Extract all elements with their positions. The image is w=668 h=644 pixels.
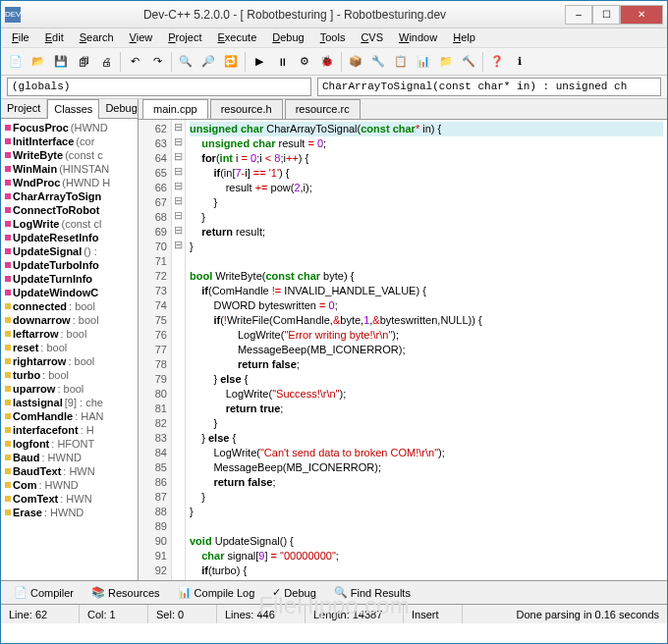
tree-item[interactable]: connected : bool (3, 299, 136, 313)
menu-project[interactable]: Project (161, 28, 208, 47)
tree-item[interactable]: UpdateSignal () : (3, 244, 136, 258)
app-icon: DEV (5, 7, 21, 23)
tree-item[interactable]: Erase : HWND (3, 506, 136, 519)
tree-item[interactable]: ComText : HWN (3, 492, 136, 506)
left-tab-debug[interactable]: Debug (99, 99, 143, 118)
menu-debug[interactable]: Debug (265, 28, 310, 47)
menu-tools[interactable]: Tools (313, 28, 353, 47)
toolbar-separator (245, 52, 246, 72)
bottom-tab-compiler[interactable]: 📄Compiler (7, 583, 81, 602)
editor-tab[interactable]: main.cpp (142, 99, 208, 119)
editor-tabs: main.cppresource.hresource.rc (139, 99, 667, 120)
tree-item[interactable]: reset : bool (3, 341, 136, 354)
toolbar-button[interactable]: 🐞 (316, 51, 338, 73)
tree-item[interactable]: InitInterface (cor (3, 134, 136, 148)
tree-item[interactable]: ConnectToRobot (3, 203, 136, 217)
variable-icon (5, 468, 11, 474)
code-editor[interactable]: 6263646566676869707172737475767778798081… (139, 120, 667, 580)
menu-cvs[interactable]: CVS (354, 28, 390, 47)
tree-item[interactable]: downarrow : bool (3, 313, 136, 327)
tree-item[interactable]: leftarrow : bool (3, 327, 136, 341)
method-icon (5, 207, 11, 213)
toolbar-button[interactable]: 🔨 (458, 51, 479, 73)
editor-tab[interactable]: resource.rc (285, 99, 361, 119)
toolbar-button[interactable]: 📁 (435, 51, 457, 73)
menu-help[interactable]: Help (446, 28, 482, 47)
tree-item[interactable]: WndProc (HWND H (3, 176, 136, 189)
menu-window[interactable]: Window (392, 28, 444, 47)
toolbar-button[interactable]: ⚙ (294, 51, 315, 73)
code-area[interactable]: unsigned char CharArrayToSignal(const ch… (186, 120, 667, 580)
variable-icon (5, 413, 11, 419)
variable-icon (5, 358, 11, 364)
menu-file[interactable]: File (5, 28, 36, 47)
bottom-tab-find-results[interactable]: 🔍Find Results (327, 583, 418, 602)
tree-item[interactable]: rightarrow : bool (3, 354, 136, 368)
tree-item[interactable]: FocusProc (HWND (3, 121, 136, 134)
toolbar-button[interactable]: 📦 (345, 51, 366, 73)
toolbar-button[interactable]: 🔍 (175, 51, 196, 73)
toolbar-separator (171, 52, 172, 72)
menu-execute[interactable]: Execute (211, 28, 264, 47)
combo-bar: (globals) CharArrayToSignal(const char* … (1, 76, 667, 99)
bottom-tab-compile-log[interactable]: 📊Compile Log (171, 583, 262, 602)
statusbar: Line: 62 Col: 1 Sel: 0 Lines: 446 Length… (1, 604, 667, 623)
maximize-button[interactable]: ☐ (592, 5, 620, 25)
tree-item[interactable]: WinMain (HINSTAN (3, 162, 136, 176)
tree-item[interactable]: LogWrite (const cl (3, 217, 136, 231)
toolbar-button[interactable]: 📂 (28, 51, 49, 73)
fold-gutter[interactable]: ⊟⊟⊟⊟⊟⊟⊟⊟⊟ (172, 120, 186, 580)
tree-item[interactable]: logfont : HFONT (3, 437, 136, 451)
tree-item[interactable]: UpdateResetInfo (3, 231, 136, 244)
toolbar-button[interactable]: 📄 (5, 51, 27, 73)
tree-item[interactable]: UpdateTurnInfo (3, 272, 136, 286)
toolbar-button[interactable]: 🔁 (220, 51, 242, 73)
bottom-tab-debug[interactable]: ✓Debug (265, 583, 322, 602)
toolbar-button[interactable]: 🔧 (367, 51, 389, 73)
toolbar-button[interactable]: 💾 (50, 51, 72, 73)
toolbar-button[interactable]: 🖨 (95, 51, 117, 73)
left-tab-classes[interactable]: Classes (47, 99, 99, 119)
method-icon (5, 290, 11, 295)
method-icon (5, 262, 11, 268)
toolbar-button[interactable]: 📋 (390, 51, 412, 73)
menubar: FileEditSearchViewProjectExecuteDebugToo… (1, 28, 667, 48)
toolbar-button[interactable]: ⏸ (271, 51, 293, 73)
tree-item[interactable]: ComHandle : HAN (3, 409, 136, 423)
bottom-tabs: 📄Compiler📚Resources📊Compile Log✓Debug🔍Fi… (1, 580, 667, 604)
editor-tab[interactable]: resource.h (210, 99, 283, 119)
status-line: Line: 62 (1, 605, 80, 623)
toolbar-button[interactable]: 🗐 (73, 51, 94, 73)
toolbar-button[interactable]: 📊 (413, 51, 434, 73)
left-tab-project[interactable]: Project (1, 99, 47, 118)
function-combo[interactable]: CharArrayToSignal(const char* in) : unsi… (317, 78, 661, 96)
close-button[interactable]: ✕ (620, 5, 663, 25)
toolbar-button[interactable]: ↷ (146, 51, 168, 73)
bottom-tab-resources[interactable]: 📚Resources (84, 583, 167, 602)
tree-item[interactable]: UpdateTurboInfo (3, 258, 136, 272)
tree-item[interactable]: CharArrayToSign (3, 189, 136, 203)
toolbar-button[interactable]: ℹ (509, 51, 530, 73)
toolbar-button[interactable]: ↶ (124, 51, 145, 73)
tree-item[interactable]: Baud : HWND (3, 451, 136, 464)
method-icon (5, 248, 11, 254)
toolbar-button[interactable]: 🔎 (197, 51, 219, 73)
variable-icon (5, 496, 11, 502)
toolbar-button[interactable]: ❓ (486, 51, 508, 73)
tree-item[interactable]: uparrow : bool (3, 382, 136, 396)
tree-item[interactable]: UpdateWindowC (3, 286, 136, 299)
tree-item[interactable]: turbo : bool (3, 368, 136, 382)
tree-item[interactable]: Com : HWND (3, 478, 136, 492)
menu-edit[interactable]: Edit (38, 28, 71, 47)
minimize-button[interactable]: – (565, 5, 592, 25)
scope-combo[interactable]: (globals) (7, 78, 311, 96)
tree-item[interactable]: BaudText : HWN (3, 464, 136, 478)
menu-view[interactable]: View (123, 28, 160, 47)
menu-search[interactable]: Search (73, 28, 121, 47)
toolbar-button[interactable]: ▶ (249, 51, 270, 73)
tree-item[interactable]: WriteByte (const c (3, 148, 136, 162)
tree-item[interactable]: lastsignal [9] : che (3, 396, 136, 409)
class-tree[interactable]: FocusProc (HWNDInitInterface (corWriteBy… (1, 119, 138, 580)
toolbar-separator (341, 52, 342, 72)
tree-item[interactable]: interfacefont : H (3, 423, 136, 437)
